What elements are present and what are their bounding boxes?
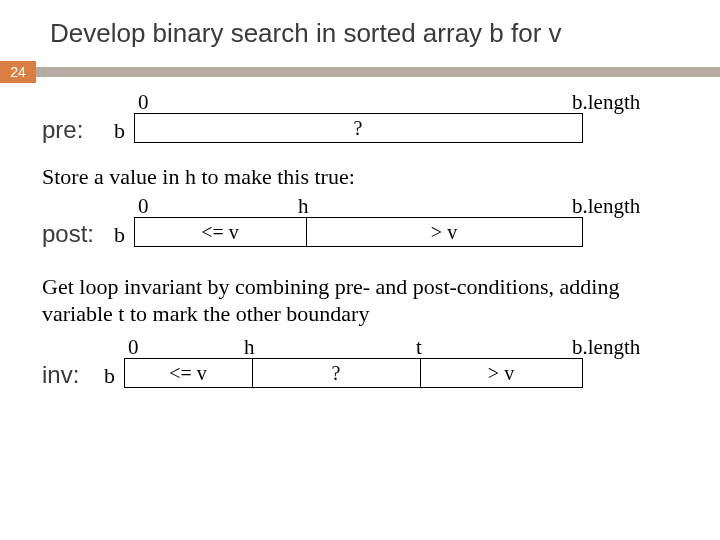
post-index-left: 0 bbox=[138, 193, 149, 219]
inv-diagram: inv: b 0 h t b.length <= v ? > v bbox=[42, 334, 678, 398]
post-border-right bbox=[582, 217, 583, 247]
slide-content: pre: b 0 b.length ? Store a value in h t… bbox=[0, 89, 720, 398]
inv-index-h: h bbox=[244, 334, 255, 360]
page-title: Develop binary search in sorted array b … bbox=[0, 0, 720, 61]
post-cell-lev: <= v bbox=[134, 217, 306, 247]
post-index-right: b.length bbox=[572, 193, 640, 219]
post-index-h: h bbox=[298, 193, 309, 219]
post-label: post: bbox=[42, 219, 94, 249]
pre-cell-unknown: ? bbox=[134, 113, 582, 143]
store-text: Store a value in h to make this true: bbox=[42, 163, 678, 191]
inv-array-name: b bbox=[104, 362, 115, 390]
inv-label: inv: bbox=[42, 360, 79, 390]
slide-number-bar: 24 bbox=[0, 61, 720, 83]
pre-diagram: pre: b 0 b.length ? bbox=[42, 89, 678, 153]
inv-index-t: t bbox=[416, 334, 422, 360]
slide-number-badge: 24 bbox=[0, 61, 36, 83]
inv-index-right: b.length bbox=[572, 334, 640, 360]
pre-array-name: b bbox=[114, 117, 125, 145]
post-diagram: post: b 0 h b.length <= v > v bbox=[42, 193, 678, 257]
pre-border-right bbox=[582, 113, 583, 143]
title-underline bbox=[36, 67, 720, 77]
pre-index-left: 0 bbox=[138, 89, 149, 115]
pre-index-right: b.length bbox=[572, 89, 640, 115]
pre-label: pre: bbox=[42, 115, 83, 145]
inv-index-left: 0 bbox=[128, 334, 139, 360]
post-array-name: b bbox=[114, 221, 125, 249]
inv-text: Get loop invariant by combining pre- and… bbox=[42, 273, 678, 328]
post-cell-gtv: > v bbox=[306, 217, 582, 247]
inv-cell-unknown: ? bbox=[252, 358, 420, 388]
inv-cell-lev: <= v bbox=[124, 358, 252, 388]
inv-cell-gtv: > v bbox=[420, 358, 582, 388]
inv-border-right bbox=[582, 358, 583, 388]
